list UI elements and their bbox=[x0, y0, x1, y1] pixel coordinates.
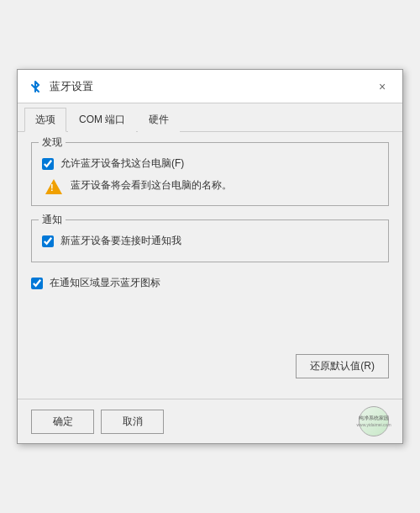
systray-checkbox[interactable] bbox=[31, 278, 43, 289]
tab-hardware[interactable]: 硬件 bbox=[138, 108, 180, 132]
warning-icon bbox=[45, 178, 62, 195]
footer: 确定 取消 纯净系统家园 www.yidaimei.com bbox=[18, 399, 402, 443]
notification-group-label: 通知 bbox=[39, 213, 66, 227]
notification-checkbox-label[interactable]: 新蓝牙设备要连接时通知我 bbox=[60, 234, 181, 248]
ok-button[interactable]: 确定 bbox=[31, 410, 94, 434]
main-content: 发现 允许蓝牙设备找这台电脑(F) 蓝牙设备将会看到这台电脑的名称。 通知 新蓝… bbox=[18, 132, 402, 399]
tabs-bar: 选项 COM 端口 硬件 bbox=[18, 103, 402, 132]
title-bar: 蓝牙设置 × bbox=[18, 70, 402, 103]
cancel-button[interactable]: 取消 bbox=[101, 410, 164, 434]
warning-text: 蓝牙设备将会看到这台电脑的名称。 bbox=[71, 177, 232, 193]
notification-checkbox-row: 新蓝牙设备要连接时通知我 bbox=[42, 234, 378, 248]
spacer bbox=[31, 304, 389, 354]
tab-com[interactable]: COM 端口 bbox=[68, 108, 136, 132]
restore-defaults-button[interactable]: 还原默认值(R) bbox=[296, 354, 389, 378]
systray-label[interactable]: 在通知区域显示蓝牙图标 bbox=[50, 276, 160, 290]
discovery-group: 发现 允许蓝牙设备找这台电脑(F) 蓝牙设备将会看到这台电脑的名称。 bbox=[31, 142, 389, 206]
tab-options[interactable]: 选项 bbox=[24, 108, 66, 132]
close-button[interactable]: × bbox=[372, 77, 392, 97]
logo-text: 纯净系统家园 www.yidaimei.com bbox=[356, 415, 391, 426]
title-bar-left: 蓝牙设置 bbox=[28, 79, 93, 94]
notification-group: 通知 新蓝牙设备要连接时通知我 bbox=[31, 219, 389, 262]
bluetooth-icon bbox=[28, 79, 43, 94]
notification-checkbox[interactable] bbox=[42, 235, 54, 247]
warning-triangle bbox=[45, 179, 62, 194]
bluetooth-settings-window: 蓝牙设置 × 选项 COM 端口 硬件 发现 允许蓝牙设备找这台电脑(F) 蓝牙… bbox=[17, 69, 403, 444]
discovery-checkbox[interactable] bbox=[42, 158, 54, 170]
discovery-checkbox-label[interactable]: 允许蓝牙设备找这台电脑(F) bbox=[60, 156, 184, 171]
discovery-checkbox-row: 允许蓝牙设备找这台电脑(F) bbox=[42, 156, 378, 171]
restore-button-row: 还原默认值(R) bbox=[31, 354, 389, 378]
discovery-group-label: 发现 bbox=[39, 135, 66, 150]
warning-row: 蓝牙设备将会看到这台电脑的名称。 bbox=[45, 177, 378, 195]
window-title: 蓝牙设置 bbox=[50, 79, 93, 94]
logo: 纯净系统家园 www.yidaimei.com bbox=[359, 406, 389, 436]
systray-row: 在通知区域显示蓝牙图标 bbox=[31, 276, 389, 290]
footer-buttons: 确定 取消 bbox=[31, 410, 164, 434]
